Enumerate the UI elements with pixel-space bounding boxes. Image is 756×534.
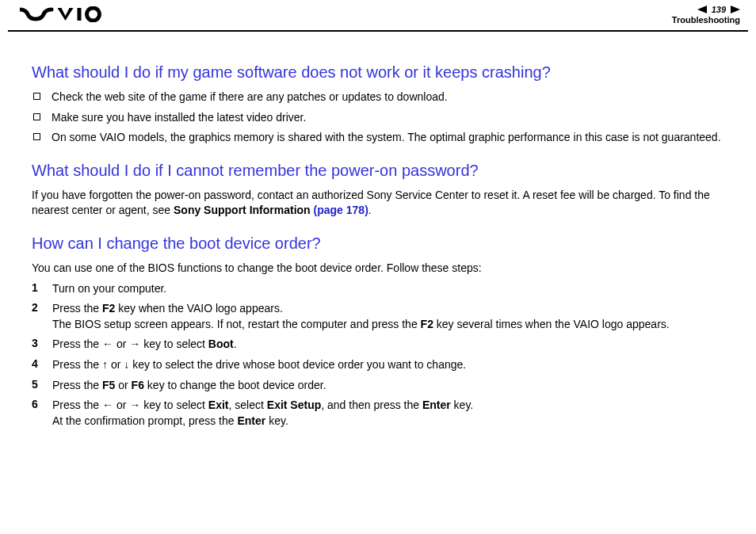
square-bullet-icon [33, 113, 40, 120]
key-f2: F2 [421, 318, 433, 330]
key-f2: F2 [102, 302, 115, 315]
square-bullet-icon [33, 93, 40, 100]
step: 2 Press the F2 key when the VAIO logo ap… [32, 301, 724, 332]
page-nav: 139 [672, 5, 740, 15]
step: 5 Press the F5 or F6 key to change the b… [32, 378, 724, 394]
arrow-left-icon: ← [102, 338, 113, 350]
page-header: 139 Troubleshooting [8, 0, 748, 32]
text: . [368, 204, 372, 216]
vaio-logo [20, 6, 107, 25]
sony-support-bold: Sony Support Information [174, 204, 314, 216]
nav-next-icon[interactable] [731, 6, 740, 13]
list-item: Check the web site of the game if there … [32, 90, 724, 105]
bullet-text: Check the web site of the game if there … [52, 90, 724, 105]
list-item: Make sure you have installed the latest … [32, 110, 724, 126]
step-text: Press the ← or → key to select Boot. [52, 337, 724, 353]
svg-rect-1 [78, 8, 82, 21]
step-number: 6 [32, 398, 52, 410]
exit-label: Exit [208, 399, 229, 411]
nav-prev-icon[interactable] [697, 6, 707, 13]
step: 3 Press the ← or → key to select Boot. [32, 337, 724, 353]
step-text: Press the F2 key when the VAIO logo appe… [52, 301, 724, 332]
square-bullet-icon [33, 133, 40, 140]
step-number: 5 [32, 378, 52, 391]
key-f6: F6 [132, 379, 144, 391]
numbered-steps: 1 Turn on your computer. 2 Press the F2 … [32, 281, 724, 429]
enter-key: Enter [237, 414, 265, 427]
para-boot-intro: You can use one of the BIOS functions to… [32, 261, 724, 277]
svg-marker-0 [58, 8, 74, 21]
step: 4 Press the ↑ or ↓ key to select the dri… [32, 357, 724, 373]
arrow-left-icon: ← [102, 399, 113, 411]
boot-label: Boot [208, 338, 234, 350]
step: 6 Press the ← or → key to select Exit, s… [32, 398, 724, 429]
heading-boot-order: How can I change the boot device order? [32, 235, 724, 253]
heading-game-crash: What should I do if my game software doe… [32, 63, 724, 82]
step-number: 1 [32, 281, 52, 294]
page-number: 139 [712, 5, 726, 15]
step-number: 3 [32, 337, 52, 349]
step-text: Press the F5 or F6 key to change the boo… [52, 378, 724, 394]
section-label: Troubleshooting [672, 15, 740, 25]
bullet-list-game: Check the web site of the game if there … [32, 90, 724, 146]
arrow-right-icon: → [129, 338, 140, 350]
heading-password: What should I do if I cannot remember th… [32, 162, 724, 180]
key-f5: F5 [102, 379, 115, 391]
list-item: On some VAIO models, the graphics memory… [32, 130, 724, 146]
step: 1 Turn on your computer. [32, 281, 724, 297]
step-text: Press the ← or → key to select Exit, sel… [52, 398, 724, 429]
bullet-text: Make sure you have installed the latest … [52, 110, 724, 126]
page-content: What should I do if my game software doe… [0, 32, 756, 449]
step-text: Turn on your computer. [52, 281, 724, 297]
step-number: 2 [32, 301, 52, 314]
step-text: Press the ↑ or ↓ key to select the drive… [52, 357, 724, 373]
arrow-up-icon: ↑ [102, 358, 108, 371]
bullet-text: On some VAIO models, the graphics memory… [52, 130, 724, 146]
exit-setup-label: Exit Setup [267, 399, 321, 411]
arrow-right-icon: → [129, 399, 140, 411]
para-password: If you have forgotten the power-on passw… [32, 188, 724, 219]
step-number: 4 [32, 357, 52, 370]
page-link[interactable]: (page 178) [314, 204, 368, 216]
enter-key: Enter [422, 399, 451, 411]
svg-point-2 [87, 8, 100, 21]
header-right: 139 Troubleshooting [672, 5, 740, 25]
